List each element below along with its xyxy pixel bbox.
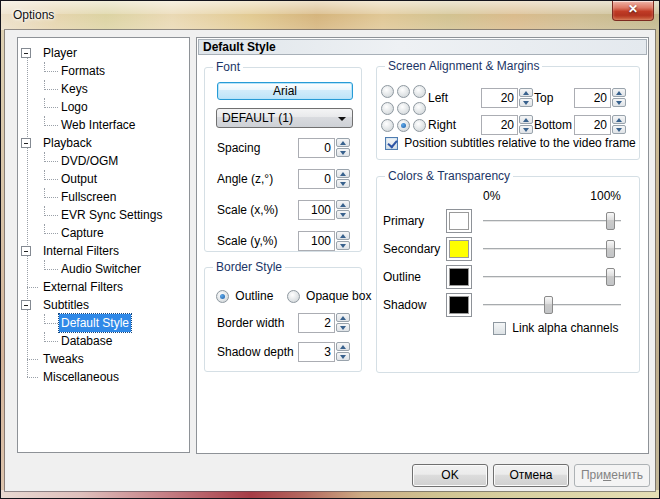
tree-item-external-filters[interactable]: External Filters xyxy=(41,278,125,296)
font-select-button[interactable]: Arial xyxy=(217,82,353,100)
bottom-margin-spinner[interactable]: 20 xyxy=(574,115,626,135)
tree-item-player[interactable]: Player xyxy=(41,44,79,62)
tree-collapse-icon[interactable] xyxy=(21,138,31,148)
tree-item-audio-switcher[interactable]: Audio Switcher xyxy=(59,260,143,278)
bottom-margin-spin-down-button[interactable] xyxy=(612,125,626,134)
outline-alpha-slider[interactable] xyxy=(483,268,621,286)
spacing-spin-down-button[interactable] xyxy=(336,148,350,157)
border-width-spin-down-button[interactable] xyxy=(336,323,350,332)
top-margin-spin-up-button[interactable] xyxy=(612,88,626,97)
border-width-spinner[interactable]: 2 xyxy=(298,313,350,333)
left-margin-spinner[interactable]: 20 xyxy=(481,88,533,108)
angle-z-spinner[interactable]: 0 xyxy=(298,169,350,189)
tree-item-default-style[interactable]: Default Style xyxy=(59,314,131,332)
arrow-up-icon xyxy=(523,91,529,95)
shadow-depth-value-field[interactable]: 3 xyxy=(298,342,335,362)
right-margin-spin-up-button[interactable] xyxy=(519,115,533,124)
top-margin-spin-down-button[interactable] xyxy=(612,98,626,107)
right-margin-value-field[interactable]: 20 xyxy=(481,115,518,135)
tree-item-logo[interactable]: Logo xyxy=(59,98,90,116)
border-width-value-field[interactable]: 2 xyxy=(298,313,335,333)
scale-x-spin-up-button[interactable] xyxy=(336,200,350,209)
tree-item-dvd-ogm[interactable]: DVD/OGM xyxy=(59,152,120,170)
left-margin-spin-down-button[interactable] xyxy=(519,98,533,107)
shadow-depth-spin-up-button[interactable] xyxy=(336,342,350,351)
tree-row: Audio Switcher xyxy=(18,260,189,278)
shadow-slider-thumb[interactable] xyxy=(544,296,553,314)
tree-item-evr-sync-settings[interactable]: EVR Sync Settings xyxy=(59,206,164,224)
arrow-up-icon xyxy=(340,203,346,207)
secondary-color-swatch[interactable] xyxy=(446,237,472,261)
tree-item-output[interactable]: Output xyxy=(59,170,99,188)
primary-color-swatch[interactable] xyxy=(446,209,472,233)
tree-item-tweaks[interactable]: Tweaks xyxy=(41,350,86,368)
scale-y-value-field[interactable]: 100 xyxy=(298,231,335,251)
scale-x-spinner[interactable]: 100 xyxy=(298,200,350,220)
spacing-spinner[interactable]: 0 xyxy=(298,138,350,158)
apply-button[interactable]: Применить xyxy=(574,464,650,487)
titlebar[interactable] xyxy=(1,1,659,30)
arrow-up-icon xyxy=(616,118,622,122)
tree-row: Playback xyxy=(18,134,189,152)
shadow-depth-updown xyxy=(336,342,350,362)
shadow-depth-spin-down-button[interactable] xyxy=(336,352,350,361)
outline-radio[interactable] xyxy=(216,290,229,303)
opaque-box-radio[interactable] xyxy=(287,290,300,303)
primary-slider-thumb[interactable] xyxy=(606,212,615,230)
tree-item-subtitles[interactable]: Subtitles xyxy=(41,296,91,314)
right-margin-spinner[interactable]: 20 xyxy=(481,115,533,135)
bottom-margin-label: Bottom xyxy=(534,115,572,135)
primary-alpha-slider[interactable] xyxy=(483,212,621,230)
bottom-margin-spin-up-button[interactable] xyxy=(612,115,626,124)
secondary-alpha-slider[interactable] xyxy=(483,240,621,258)
close-button[interactable]: ✕ xyxy=(612,1,654,21)
scale-y-spin-up-button[interactable] xyxy=(336,231,350,240)
shadow-color-swatch[interactable] xyxy=(446,293,472,317)
tree-item-playback[interactable]: Playback xyxy=(41,134,94,152)
top-margin-value-field[interactable]: 20 xyxy=(574,88,611,108)
tree-row: Fullscreen xyxy=(18,188,189,206)
tree-row: Tweaks xyxy=(18,350,189,368)
relative-position-checkbox[interactable] xyxy=(385,137,398,150)
tree-item-keys[interactable]: Keys xyxy=(59,80,90,98)
outline-color-swatch[interactable] xyxy=(446,265,472,289)
tree-collapse-icon[interactable] xyxy=(21,48,31,58)
angle-z-spin-down-button[interactable] xyxy=(336,179,350,188)
tree-item-database[interactable]: Database xyxy=(59,332,114,350)
scale-x-value-field[interactable]: 100 xyxy=(298,200,335,220)
scale-x-spin-down-button[interactable] xyxy=(336,210,350,219)
angle-z-value-field[interactable]: 0 xyxy=(298,169,335,189)
left-margin-value-field[interactable]: 20 xyxy=(481,88,518,108)
shadow-depth-spinner[interactable]: 3 xyxy=(298,342,350,362)
tree-item-miscellaneous[interactable]: Miscellaneous xyxy=(41,368,121,386)
secondary-slider-thumb[interactable] xyxy=(606,240,615,258)
tree-item-fullscreen[interactable]: Fullscreen xyxy=(59,188,118,206)
tree-collapse-icon[interactable] xyxy=(21,246,31,256)
scale-y-spin-down-button[interactable] xyxy=(336,241,350,250)
tree-collapse-icon[interactable] xyxy=(21,300,31,310)
border-width-spin-up-button[interactable] xyxy=(336,313,350,322)
spacing-spin-up-button[interactable] xyxy=(336,138,350,147)
outline-slider-thumb[interactable] xyxy=(606,268,615,286)
tree-item-internal-filters[interactable]: Internal Filters xyxy=(41,242,121,260)
cancel-button[interactable]: Отмена xyxy=(493,464,569,487)
outline-color-label: Outline xyxy=(383,265,421,289)
tree-row: Internal Filters xyxy=(18,242,189,260)
arrow-down-icon xyxy=(340,244,346,248)
angle-z-spin-up-button[interactable] xyxy=(336,169,350,178)
link-alpha-checkbox[interactable] xyxy=(493,322,506,335)
left-margin-spin-up-button[interactable] xyxy=(519,88,533,97)
tree-item-web-interface[interactable]: Web Interface xyxy=(59,116,137,134)
right-margin-label: Right xyxy=(428,115,456,135)
style-dropdown[interactable]: DEFAULT (1) xyxy=(216,108,353,128)
tree-item-formats[interactable]: Formats xyxy=(59,62,107,80)
top-margin-spinner[interactable]: 20 xyxy=(574,88,626,108)
scale-y-spinner[interactable]: 100 xyxy=(298,231,350,251)
right-margin-spin-down-button[interactable] xyxy=(519,125,533,134)
bottom-margin-value-field[interactable]: 20 xyxy=(574,115,611,135)
shadow-alpha-slider[interactable] xyxy=(483,296,621,314)
ok-button[interactable]: OK xyxy=(412,464,488,487)
tree-item-capture[interactable]: Capture xyxy=(59,224,106,242)
spacing-value-field[interactable]: 0 xyxy=(298,138,335,158)
field-row: Scale (y,%)100 xyxy=(205,231,361,251)
